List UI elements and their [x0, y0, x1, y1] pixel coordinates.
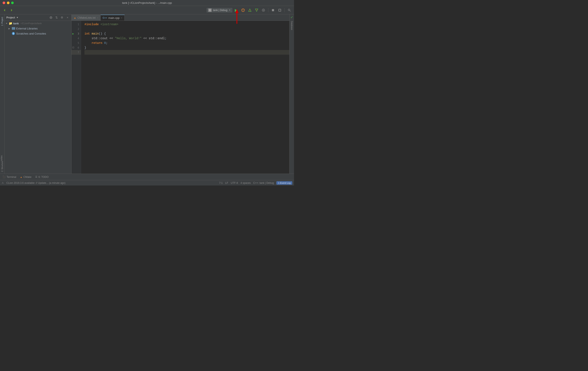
terminal-tab[interactable]: ⬛ Terminal: [1, 174, 18, 180]
build-button[interactable]: [277, 7, 283, 13]
settings-button[interactable]: ⚙: [60, 15, 64, 20]
main-layout: 1: Project 2: Favorites ★ Project ▼: [0, 14, 294, 174]
fold-close-icon[interactable]: −: [72, 47, 74, 48]
panel-header: Project ▼ ⇅ ⚙ ×: [5, 14, 71, 21]
cmake-tab-close[interactable]: ×: [97, 17, 98, 19]
database-panel-label[interactable]: Database: [291, 21, 293, 30]
valgrind-button[interactable]: [261, 7, 266, 13]
line-num-1: 1: [72, 22, 81, 27]
svg-point-2: [242, 9, 244, 12]
status-bar: ⚠ CLion 2019.3.6 available: // Update...…: [0, 180, 294, 185]
cmake-tab-bottom-label: CMake: [23, 176, 32, 179]
window-controls[interactable]: [2, 1, 14, 4]
kw-return: return: [92, 41, 102, 45]
forward-button[interactable]: [9, 7, 14, 13]
tab-cmake[interactable]: ▲ CMakeLists.txt ×: [72, 15, 101, 20]
svg-point-14: [288, 9, 290, 10]
line-num-2: 2: [72, 27, 81, 31]
line-num-7: 7: [72, 50, 81, 55]
cmake-tab-label: CMakeLists.txt: [77, 16, 95, 19]
tree-item-tank[interactable]: ▼ 📁 tank ~/CLionProjects/tank: [5, 21, 71, 26]
update-message[interactable]: CLion 2019.3.6 available: // Update... (…: [6, 181, 217, 184]
back-button[interactable]: [2, 7, 8, 13]
run-gutter-icon[interactable]: ▶: [72, 32, 74, 35]
folder-path: ~/CLionProjects/tank: [20, 22, 42, 25]
dropdown-arrow: ▼: [229, 9, 231, 11]
structure-label[interactable]: 2: Structure: [1, 161, 3, 172]
tab-main-cpp[interactable]: C++ main.cpp ×: [101, 15, 125, 20]
code-content[interactable]: #include <iostream> int main () {: [81, 21, 289, 174]
debug-button[interactable]: [240, 7, 246, 13]
tab-bar: ▲ CMakeLists.txt × C++ main.cpp ×: [72, 14, 289, 21]
encoding[interactable]: UTF-8: [231, 181, 238, 184]
hello-world-str: "Hello, World!": [115, 36, 142, 41]
indent-setting[interactable]: 4 spaces: [241, 181, 251, 184]
stop-button[interactable]: [270, 7, 276, 13]
warning-icon: ⚠: [2, 181, 4, 184]
code-line-4: std :: cout << "Hello, World!" << std ::…: [84, 36, 289, 41]
code-line-1: #include <iostream>: [84, 22, 289, 27]
svg-line-15: [290, 10, 291, 11]
cpp-tab-label: main.cpp: [108, 16, 119, 20]
tree-item-external-libraries[interactable]: ▶ External Libraries: [5, 26, 71, 31]
separator2: [284, 8, 285, 12]
minimize-button[interactable]: [7, 1, 10, 4]
code-line-2: [84, 27, 289, 31]
code-editor[interactable]: 1 2 ▶ 3 4 5 − 6 7: [72, 21, 289, 174]
tree-item-scratches[interactable]: S Scratches and Consoles: [5, 31, 71, 36]
cpp-tab-close[interactable]: ×: [121, 17, 122, 19]
line-ending[interactable]: LF: [225, 181, 228, 184]
ext-lib-icon: [11, 27, 15, 30]
todo-tab[interactable]: ☰ 6: TODO: [33, 174, 50, 180]
file-tree: ▼ 📁 tank ~/CLionProjects/tank ▶: [5, 21, 71, 174]
run-button[interactable]: ▶: [233, 7, 239, 13]
right-strip: ✓ Database: [289, 14, 294, 174]
cmake-bottom-tab[interactable]: ▲ CMake: [18, 174, 33, 180]
line-num-3: ▶ 3: [72, 31, 81, 36]
svg-rect-22: [14, 27, 15, 30]
svg-marker-1: [11, 9, 12, 11]
collapse-all-button[interactable]: ⇅: [54, 15, 59, 20]
svg-rect-21: [14, 27, 14, 30]
bottom-tabs: ⬛ Terminal ▲ CMake ☰ 6: TODO: [0, 174, 294, 180]
svg-point-3: [242, 9, 243, 10]
profile-button[interactable]: [254, 7, 260, 13]
include-string: <iostream>: [101, 22, 118, 27]
search-everywhere-button[interactable]: [286, 7, 292, 13]
svg-rect-13: [279, 9, 281, 11]
code-line-6: }: [84, 45, 289, 50]
keyword-include: #include: [84, 22, 99, 27]
close-panel-button[interactable]: ×: [65, 15, 70, 20]
scratch-icon: S: [11, 32, 15, 35]
event-log-button[interactable]: 1 Event Log: [276, 181, 292, 185]
kw-int: int: [84, 31, 90, 36]
run-coverage-button[interactable]: [247, 7, 253, 13]
svg-point-17: [51, 17, 51, 18]
scratch-label: Scratches and Consoles: [16, 32, 46, 35]
file-type[interactable]: C++: tank | Debug: [253, 181, 274, 184]
structure-strip[interactable]: 2: Structure: [0, 161, 5, 174]
run-config-selector[interactable]: C tank | Debug ▼: [207, 8, 232, 12]
todo-icon: ☰: [35, 176, 37, 178]
panel-dropdown[interactable]: ▼: [16, 16, 19, 19]
editor-area: ▲ CMakeLists.txt × C++ main.cpp × 1 2 ▶: [72, 14, 289, 174]
close-button[interactable]: [2, 1, 5, 4]
locate-file-button[interactable]: [49, 15, 53, 20]
run-config-name: tank | Debug: [213, 9, 227, 12]
cursor-position[interactable]: 7:1: [219, 181, 223, 184]
window-title: tank [~/CLionProjects/tank] - .../main.c…: [122, 1, 172, 4]
svg-text:S: S: [13, 32, 14, 35]
checkmark-indicator: ✓: [290, 15, 293, 19]
cpp-tab-icon: C++: [103, 17, 107, 19]
svg-point-4: [243, 9, 244, 10]
maximize-button[interactable]: [11, 1, 14, 4]
code-line-5: return 0 ;: [84, 41, 289, 45]
svg-rect-12: [272, 9, 274, 11]
project-strip[interactable]: 1: Project 2: Favorites ★: [0, 14, 5, 174]
separator: [268, 8, 268, 12]
svg-rect-20: [13, 27, 13, 30]
svg-rect-19: [12, 27, 12, 30]
num-zero: 0: [104, 41, 106, 45]
fn-main: main: [92, 31, 99, 36]
project-strip-label[interactable]: 1: Project: [1, 17, 3, 26]
